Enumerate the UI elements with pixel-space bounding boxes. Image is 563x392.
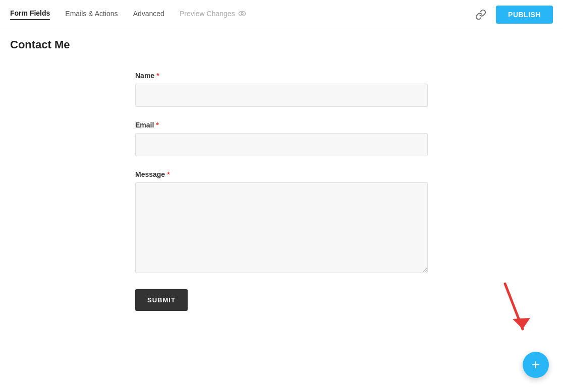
tab-emails-actions[interactable]: Emails & Actions: [65, 10, 118, 20]
form-inner: Name * Email * Message * SUBMIT: [135, 72, 428, 311]
fab-add-button[interactable]: +: [523, 352, 549, 378]
publish-button[interactable]: PUBLISH: [496, 6, 553, 24]
message-textarea[interactable]: [135, 182, 428, 273]
message-field-group: Message *: [135, 170, 428, 275]
email-input[interactable]: [135, 133, 428, 156]
form-container: Name * Email * Message * SUBMIT: [0, 56, 563, 321]
submit-button[interactable]: SUBMIT: [135, 289, 188, 311]
fab-plus-icon: +: [532, 358, 540, 372]
name-required-star: *: [156, 72, 159, 80]
email-required-star: *: [156, 121, 158, 129]
name-input[interactable]: [135, 84, 428, 107]
page-title: Contact Me: [10, 38, 553, 51]
message-required-star: *: [167, 170, 170, 178]
page-title-bar: Contact Me: [0, 29, 563, 56]
message-label: Message *: [135, 170, 428, 178]
top-bar-actions: PUBLISH: [472, 6, 553, 24]
eye-icon: [238, 10, 246, 18]
name-label: Name *: [135, 72, 428, 80]
nav-tabs: Form Fields Emails & Actions Advanced Pr…: [10, 9, 472, 20]
svg-point-0: [239, 11, 245, 16]
tab-advanced[interactable]: Advanced: [133, 10, 164, 20]
tab-preview-changes[interactable]: Preview Changes: [180, 10, 246, 20]
name-field-group: Name *: [135, 72, 428, 107]
email-label: Email *: [135, 121, 428, 129]
link-icon-button[interactable]: [472, 6, 490, 24]
svg-point-1: [241, 13, 243, 15]
tab-form-fields[interactable]: Form Fields: [10, 9, 50, 20]
email-field-group: Email *: [135, 121, 428, 156]
link-icon: [475, 9, 486, 20]
top-bar: Form Fields Emails & Actions Advanced Pr…: [0, 0, 563, 29]
